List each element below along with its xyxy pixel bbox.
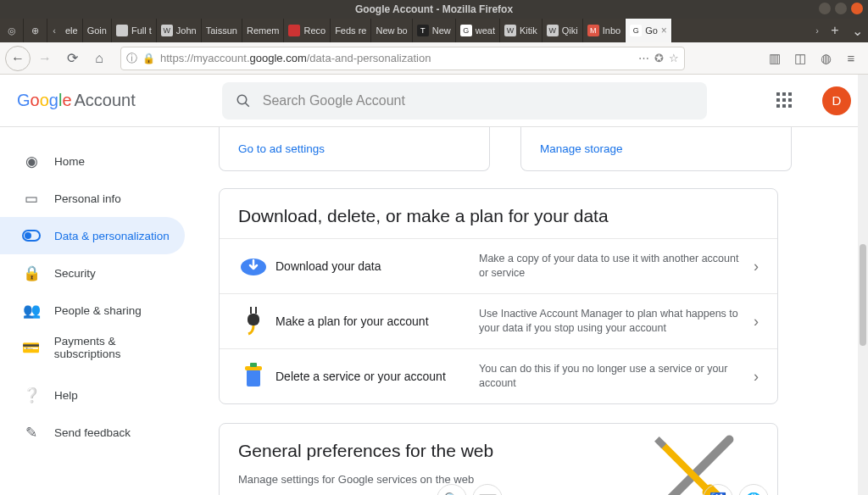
window-titlebar: Google Account - Mozilla Firefox — [0, 0, 868, 19]
list-tabs-button[interactable]: ⌄ — [846, 23, 868, 39]
browser-tabstrip: ◎ ⊕ ‹ ele Goin Full t WJohn Taissun Reme… — [0, 19, 868, 42]
tab[interactable]: Taissun — [202, 19, 242, 42]
plug-icon — [233, 303, 274, 340]
sidebar-item-payments[interactable]: 💳 Payments & subscriptions — [0, 329, 185, 366]
sidebar-item-security[interactable]: 🔒 Security — [0, 254, 185, 292]
window-close-button[interactable] — [851, 3, 863, 14]
account-avatar[interactable]: D — [822, 86, 851, 115]
option-delete-service[interactable]: Delete a service or your account You can… — [220, 348, 777, 403]
tab[interactable]: New bo — [371, 19, 412, 42]
accessibility-pref-icon[interactable]: ♿ — [703, 484, 733, 495]
back-button[interactable]: ← — [5, 46, 31, 71]
app-body: ◉ Home ▭ Personal info Data & personaliz… — [0, 127, 868, 495]
tab[interactable]: TNew — [413, 19, 456, 42]
tab[interactable]: Remem — [242, 19, 285, 42]
card-icon: 💳 — [22, 339, 41, 357]
tab[interactable]: ele — [61, 19, 83, 42]
window-minimize-button[interactable] — [819, 3, 831, 14]
tab[interactable]: WKitik — [500, 19, 542, 42]
manage-storage-link[interactable]: Manage storage — [540, 142, 623, 155]
search-input[interactable]: Search Google Account — [222, 82, 707, 120]
google-account-logo[interactable]: Google Account — [17, 91, 136, 110]
sidebar-item-people-sharing[interactable]: 👥 People & sharing — [0, 292, 185, 329]
tab-scroll-right[interactable]: › — [810, 19, 824, 42]
bookmark-icon[interactable]: ☆ — [669, 52, 679, 64]
tab[interactable]: WJohn — [157, 19, 202, 42]
tab[interactable]: WQiki — [542, 19, 583, 42]
svg-line-1 — [245, 103, 249, 107]
sidebar-icon[interactable]: ◫ — [788, 46, 812, 71]
favicon — [116, 25, 128, 36]
sidebar: ◉ Home ▭ Personal info Data & personaliz… — [0, 127, 219, 495]
svg-point-0 — [237, 95, 247, 104]
home-button[interactable]: ⌂ — [86, 46, 112, 71]
tab[interactable]: Feds re — [331, 19, 371, 42]
download-cloud-icon — [233, 248, 274, 285]
extension-button[interactable]: ◎ — [0, 19, 24, 42]
window-title: Google Account - Mozilla Firefox — [355, 3, 513, 15]
manage-storage-card[interactable]: Manage storage — [520, 127, 792, 171]
google-icon: G — [630, 25, 642, 36]
lock-icon: 🔒 — [142, 53, 155, 64]
tab[interactable]: Reco — [284, 19, 331, 42]
ad-settings-link[interactable]: Go to ad settings — [238, 142, 325, 155]
window-maximize-button[interactable] — [835, 3, 847, 14]
pref-icon-row: 🔍 ⌨ ♿ 🌐 — [626, 484, 769, 495]
page-action-icon[interactable]: ⋯ — [638, 52, 649, 64]
lock-icon: 🔒 — [22, 264, 41, 282]
chevron-right-icon: › — [748, 368, 764, 386]
search-placeholder: Search Google Account — [263, 93, 405, 108]
sidebar-item-help[interactable]: ❔ Help — [0, 376, 185, 414]
sidebar-item-personal-info[interactable]: ▭ Personal info — [0, 180, 185, 217]
option-desc: Use Inactive Account Manager to plan wha… — [479, 307, 747, 336]
app-root: Google Account Search Google Account D ◉… — [0, 75, 868, 495]
id-card-icon: ▭ — [22, 190, 41, 208]
option-make-plan[interactable]: Make a plan for your account Use Inactiv… — [220, 293, 777, 348]
scrollbar-thumb[interactable] — [860, 244, 866, 346]
tab-scroll-left[interactable]: ‹ — [47, 19, 61, 42]
tab[interactable]: MInbo — [583, 19, 626, 42]
favicon: T — [417, 25, 429, 36]
google-apps-icon[interactable] — [776, 92, 793, 109]
help-icon: ❔ — [22, 387, 41, 404]
new-tab-button[interactable]: + — [824, 23, 846, 38]
top-link-row: Go to ad settings Manage storage — [219, 127, 868, 188]
sidebar-item-data-personalization[interactable]: Data & personalization — [0, 217, 185, 254]
browser-navbar: ← → ⟳ ⌂ ⓘ 🔒 https://myaccount.google.com… — [0, 42, 868, 75]
globe-pref-icon[interactable]: 🌐 — [738, 484, 769, 495]
ad-settings-card[interactable]: Go to ad settings — [219, 127, 490, 171]
vertical-scrollbar[interactable] — [858, 75, 868, 495]
chevron-right-icon: › — [748, 258, 764, 275]
data-plan-section: Download, delete, or make a plan for you… — [219, 188, 778, 404]
search-icon — [236, 93, 251, 108]
extension-button-2[interactable]: ⊕ — [24, 19, 47, 42]
forward-button[interactable]: → — [32, 46, 58, 71]
tab-close-icon[interactable]: × — [661, 25, 667, 36]
tab-active[interactable]: GGo× — [626, 19, 672, 42]
window-controls — [819, 3, 863, 14]
tab[interactable]: Full t — [112, 19, 157, 42]
reload-button[interactable]: ⟳ — [59, 46, 85, 71]
google-icon: G — [460, 25, 472, 36]
tabs-container: ele Goin Full t WJohn Taissun Remem Reco… — [61, 19, 810, 42]
addon-icon[interactable]: ◍ — [814, 46, 837, 71]
main-content: Go to ad settings Manage storage Downloa… — [219, 127, 868, 495]
general-preferences-section: General preferences for the web Manage s… — [219, 423, 778, 495]
section-title: Download, delete, or make a plan for you… — [220, 189, 777, 238]
menu-icon[interactable]: ≡ — [839, 46, 863, 71]
svg-rect-10 — [250, 363, 257, 367]
sidebar-item-home[interactable]: ◉ Home — [0, 142, 185, 180]
svg-rect-8 — [247, 370, 260, 387]
site-info-icon[interactable]: ⓘ — [126, 51, 137, 66]
app-header: Google Account Search Google Account D — [0, 75, 868, 127]
library-icon[interactable]: ▥ — [763, 46, 787, 71]
option-title: Delete a service or your account — [275, 370, 477, 383]
tab[interactable]: Gweat — [456, 19, 500, 42]
option-download-data[interactable]: Download your data Make a copy of your d… — [220, 238, 777, 293]
tab[interactable]: Goin — [83, 19, 112, 42]
wiki-icon: W — [161, 25, 173, 36]
sidebar-item-feedback[interactable]: ✎ Send feedback — [0, 414, 185, 451]
url-bar[interactable]: ⓘ 🔒 https://myaccount.google.com/data-an… — [120, 47, 685, 70]
option-desc: Make a copy of your data to use it with … — [479, 252, 747, 281]
reader-icon[interactable]: ✪ — [654, 52, 664, 64]
